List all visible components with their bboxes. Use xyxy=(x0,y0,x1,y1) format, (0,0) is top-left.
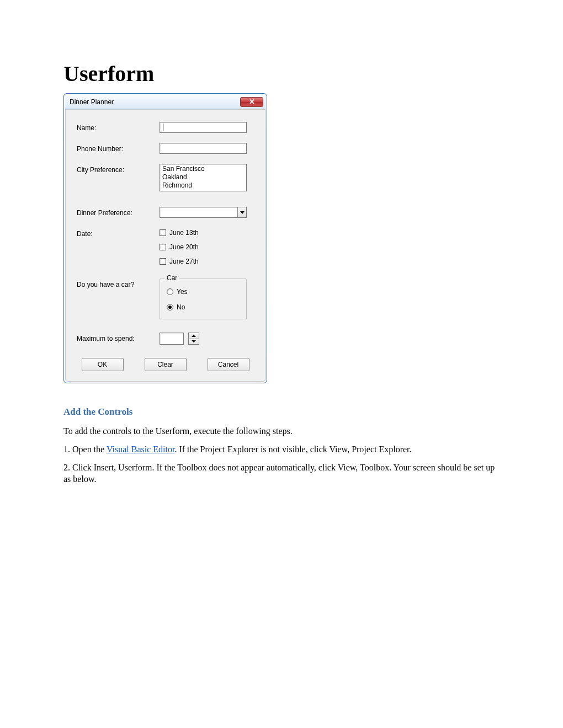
page-title: Userform xyxy=(63,61,500,87)
close-icon: ✕ xyxy=(249,98,255,105)
step-1-text-a: 1. Open the xyxy=(63,445,107,454)
car-groupbox: Car Yes No xyxy=(160,279,247,319)
phone-label: Phone Number: xyxy=(77,143,160,153)
chevron-down-icon xyxy=(240,211,245,214)
spinner-up-button[interactable] xyxy=(189,333,199,339)
dialog-body: Name: Phone Number: City Preference: San… xyxy=(65,109,265,382)
dinner-planner-dialog: Dinner Planner ✕ Name: Phone Number: Cit… xyxy=(63,93,267,383)
close-button[interactable]: ✕ xyxy=(240,97,263,107)
radio-label: Yes xyxy=(177,288,188,296)
car-yes-radio[interactable]: Yes xyxy=(167,288,240,296)
max-spend-input[interactable] xyxy=(160,333,184,345)
dinner-pref-value xyxy=(160,207,237,217)
checkbox-icon xyxy=(160,258,166,265)
max-spend-spinner xyxy=(188,333,199,345)
visual-basic-editor-link[interactable]: Visual Basic Editor xyxy=(107,445,174,454)
car-group-legend: Car xyxy=(164,274,179,282)
checkbox-label: June 27th xyxy=(169,258,199,265)
dinner-pref-combo[interactable] xyxy=(160,207,247,218)
cancel-button[interactable]: Cancel xyxy=(208,358,249,371)
combo-dropdown-button[interactable] xyxy=(237,207,246,217)
date-checkbox-3[interactable]: June 27th xyxy=(160,258,199,265)
name-input[interactable] xyxy=(160,122,247,133)
dialog-title: Dinner Planner xyxy=(70,98,114,106)
dinner-pref-label: Dinner Preference: xyxy=(77,207,160,217)
chevron-down-icon xyxy=(192,340,196,342)
step-1-text-b: . If the Project Explorer is not visible… xyxy=(174,445,411,454)
step-1-paragraph: 1. Open the Visual Basic Editor. If the … xyxy=(63,443,500,455)
radio-selected-dot xyxy=(168,306,172,309)
city-label: City Preference: xyxy=(77,164,160,174)
checkbox-label: June 13th xyxy=(169,229,199,237)
date-label: Date: xyxy=(77,228,160,238)
spinner-down-button[interactable] xyxy=(189,339,199,345)
checkbox-icon xyxy=(160,244,166,250)
chevron-up-icon xyxy=(192,335,196,337)
clear-button[interactable]: Clear xyxy=(145,358,187,371)
section-heading-add-controls: Add the Controls xyxy=(63,406,500,417)
list-item[interactable]: Richmond xyxy=(162,181,244,190)
text-caret xyxy=(163,124,163,131)
list-item[interactable]: San Francisco xyxy=(162,165,244,173)
phone-input[interactable] xyxy=(160,143,247,154)
car-question-label: Do you have a car? xyxy=(77,279,160,288)
city-listbox[interactable]: San Francisco Oakland Richmond xyxy=(160,164,247,191)
step-2-paragraph: 2. Click Insert, Userform. If the Toolbo… xyxy=(63,462,500,485)
checkbox-icon xyxy=(160,229,166,236)
date-checkbox-2[interactable]: June 20th xyxy=(160,243,199,251)
max-spend-label: Maximum to spend: xyxy=(77,333,160,342)
intro-paragraph: To add the controls to the Userform, exe… xyxy=(63,425,500,437)
radio-icon xyxy=(167,304,173,311)
ok-button[interactable]: OK xyxy=(82,358,124,371)
list-item[interactable]: Oakland xyxy=(162,173,244,181)
date-checkbox-1[interactable]: June 13th xyxy=(160,229,199,237)
radio-label: No xyxy=(177,303,185,311)
checkbox-label: June 20th xyxy=(169,243,199,251)
car-no-radio[interactable]: No xyxy=(167,303,240,311)
name-label: Name: xyxy=(77,122,160,132)
dialog-titlebar[interactable]: Dinner Planner ✕ xyxy=(65,95,265,109)
radio-icon xyxy=(167,288,173,295)
